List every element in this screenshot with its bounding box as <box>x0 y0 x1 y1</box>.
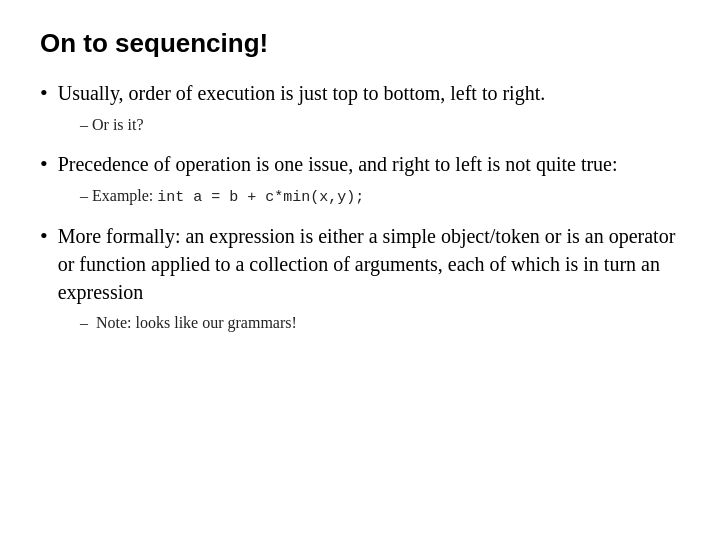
sub-bullet-text-1: – Or is it? <box>80 116 144 133</box>
bullet-text-3: More formally: an expression is either a… <box>58 222 680 306</box>
code-example: int a = b + c*min(x,y); <box>157 189 364 206</box>
sub-bullet-1: – Or is it? <box>80 114 680 136</box>
slide: On to sequencing! • Usually, order of ex… <box>0 0 720 540</box>
bullet-item-3: • More formally: an expression is either… <box>40 222 680 334</box>
bullet-dot-1: • <box>40 79 48 108</box>
bullet-dot-3: • <box>40 222 48 251</box>
bullet-dot-2: • <box>40 150 48 179</box>
sub-bullet-2: – Example: int a = b + c*min(x,y); <box>80 185 680 208</box>
sub-bullet-3: – Note: looks like our grammars! <box>80 312 680 334</box>
bullet-main-2: • Precedence of operation is one issue, … <box>40 150 680 179</box>
sub-bullet-text-3: – Note: looks like our grammars! <box>80 314 297 331</box>
slide-title: On to sequencing! <box>40 28 680 59</box>
bullet-item-2: • Precedence of operation is one issue, … <box>40 150 680 208</box>
sub-bullet-text-2: – Example: int a = b + c*min(x,y); <box>80 187 364 204</box>
bullet-item-1: • Usually, order of execution is just to… <box>40 79 680 136</box>
bullet-main-3: • More formally: an expression is either… <box>40 222 680 306</box>
content-area: • Usually, order of execution is just to… <box>40 79 680 348</box>
bullet-main-1: • Usually, order of execution is just to… <box>40 79 680 108</box>
bullet-text-2: Precedence of operation is one issue, an… <box>58 150 618 178</box>
bullet-text-1: Usually, order of execution is just top … <box>58 79 546 107</box>
